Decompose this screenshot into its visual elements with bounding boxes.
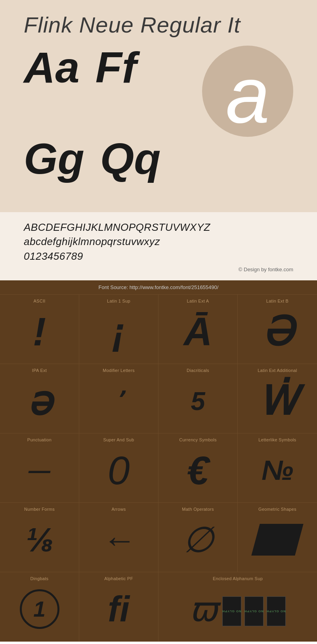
glyph-label-letterlike: Letterlike Symbols bbox=[258, 437, 296, 442]
glyph-label-ascii: ASCII bbox=[33, 299, 45, 303]
glyph-cell-latin1sup: Latin 1 Sup ¡ bbox=[79, 295, 158, 364]
glyph-label-modifier: Modifier Letters bbox=[103, 368, 135, 373]
glyph-cell-latinextadd: Latin Ext Additional Ẇ bbox=[238, 364, 317, 433]
copyright: © Design by fontke.com bbox=[24, 266, 293, 272]
letter-row-2: Gg Qq bbox=[24, 137, 293, 200]
big-letter-circle: a bbox=[202, 46, 293, 137]
glyphs-grid: ASCII ! Latin 1 Sup ¡ Latin Ext A Ā Lati… bbox=[0, 295, 317, 642]
glyph-char-latinexta: Ā bbox=[183, 305, 212, 358]
letter-pair-qq: Qq bbox=[100, 137, 161, 180]
glyph-char-latin1sup: ¡ bbox=[112, 305, 125, 358]
glyph-char-dingbats: 1 bbox=[20, 583, 59, 635]
font-source: Font Source: http://www.fontke.com/font/… bbox=[0, 280, 317, 295]
glyph-cell-superandsub: Super And Sub 0 bbox=[79, 433, 158, 503]
glyph-cell-enclosed-alphanum: Enclosed Alphanum Sup ϖ NO GLYPH NO GLYP… bbox=[158, 572, 317, 642]
glyph-char-superandsub: 0 bbox=[108, 444, 130, 496]
big-letter-a: a bbox=[225, 56, 269, 135]
glyph-cell-mathoperators: Math Operators ∅ bbox=[158, 503, 238, 572]
glyph-label-mathoperators: Math Operators bbox=[182, 507, 214, 512]
no-glyph-text-1: NO GLYPH bbox=[222, 610, 241, 613]
glyph-char-enclosed-main: ϖ bbox=[189, 592, 218, 626]
glyph-label-diacriticals: Diacriticals bbox=[187, 368, 209, 373]
glyph-char-latinextb: Ə bbox=[262, 305, 293, 358]
letter-row-1: Aa Ff a bbox=[24, 46, 293, 137]
glyph-label-latinexta: Latin Ext A bbox=[187, 299, 209, 303]
glyph-char-latinextadd: Ẇ bbox=[258, 375, 297, 427]
glyph-cell-numberforms: Number Forms ⅛ bbox=[0, 503, 79, 572]
glyph-cell-modifier: Modifier Letters ʼ bbox=[79, 364, 158, 433]
glyph-char-alphabeticpf: ﬁ bbox=[108, 583, 130, 635]
glyph-char-geoshapes bbox=[256, 514, 299, 566]
no-glyph-text-3: NO GLYPH bbox=[266, 610, 286, 613]
no-glyph-box-1: NO GLYPH bbox=[222, 596, 241, 626]
glyph-char-numberforms: ⅛ bbox=[25, 514, 53, 566]
glyph-label-punctuation: Punctuation bbox=[27, 437, 52, 442]
glyph-label-latinextadd: Latin Ext Additional bbox=[258, 368, 297, 373]
letter-pair-ff: Ff bbox=[95, 46, 137, 89]
glyph-label-superandsub: Super And Sub bbox=[103, 437, 134, 442]
glyph-label-geoshapes: Geometric Shapes bbox=[258, 507, 296, 512]
glyph-cell-dingbats: Dingbats 1 bbox=[0, 572, 79, 642]
glyph-label-latin1sup: Latin 1 Sup bbox=[107, 299, 130, 303]
alphabet-digits: 0123456789 bbox=[24, 249, 293, 263]
brown-section: Font Source: http://www.fontke.com/font/… bbox=[0, 280, 317, 642]
glyph-label-currency: Currency Symbols bbox=[179, 437, 217, 442]
glyph-char-punctuation: — bbox=[29, 444, 50, 496]
glyph-cell-geoshapes: Geometric Shapes bbox=[238, 503, 317, 572]
glyph-char-mathoperators: ∅ bbox=[183, 514, 214, 566]
glyph-cell-latinexta: Latin Ext A Ā bbox=[158, 295, 238, 364]
letter-pair-gg: Gg bbox=[24, 137, 84, 180]
top-section: Flink Neue Regular It Aa Ff a Gg Qq bbox=[0, 0, 317, 212]
glyph-cell-letterlike: Letterlike Symbols № bbox=[238, 433, 317, 503]
letter-pairs-row1: Aa Ff bbox=[24, 46, 136, 89]
glyph-label-enclosed-alphanum: Enclosed Alphanum Sup bbox=[213, 576, 263, 581]
glyph-label-ipaext: IPA Ext bbox=[32, 368, 47, 373]
alphabet-uppercase: ABCDEFGHIJKLMNOPQRSTUVWXYZ bbox=[24, 220, 293, 234]
glyph-char-diacriticals: 5 bbox=[191, 375, 205, 427]
glyph-cell-alphabeticpf: Alphabetic PF ﬁ bbox=[79, 572, 158, 642]
glyph-label-numberforms: Number Forms bbox=[24, 507, 55, 512]
font-title: Flink Neue Regular It bbox=[24, 12, 293, 38]
glyph-char-modifier: ʼ bbox=[115, 375, 122, 427]
no-glyph-text-2: NO GLYPH bbox=[244, 610, 264, 613]
no-glyph-box-3: NO GLYPH bbox=[267, 596, 286, 626]
glyph-char-letterlike: № bbox=[262, 444, 293, 496]
glyph-char-ipaext: ə bbox=[27, 375, 52, 427]
alphabet-lowercase: abcdefghijklmnopqrstuvwxyz bbox=[24, 234, 293, 249]
glyph-cell-arrows: Arrows ← bbox=[79, 503, 158, 572]
encircled-1: 1 bbox=[20, 589, 59, 629]
glyph-cell-diacriticals: Diacriticals 5 bbox=[158, 364, 238, 433]
letter-pair-aa: Aa bbox=[24, 46, 80, 89]
glyph-label-alphabeticpf: Alphabetic PF bbox=[104, 576, 133, 581]
glyph-cell-ipaext: IPA Ext ə bbox=[0, 364, 79, 433]
parallelogram-shape bbox=[251, 524, 303, 556]
glyph-char-arrows: ← bbox=[102, 514, 136, 566]
glyph-cell-punctuation: Punctuation — bbox=[0, 433, 79, 503]
glyph-label-dingbats: Dingbats bbox=[31, 576, 49, 581]
no-glyph-boxes: NO GLYPH NO GLYPH NO GLYPH bbox=[222, 596, 286, 627]
glyph-char-ascii: ! bbox=[33, 305, 46, 358]
glyph-cell-currency: Currency Symbols € bbox=[158, 433, 238, 503]
alphabet-section: ABCDEFGHIJKLMNOPQRSTUVWXYZ abcdefghijklm… bbox=[0, 212, 317, 280]
glyph-label-arrows: Arrows bbox=[111, 507, 126, 512]
glyph-cell-latinextb: Latin Ext B Ə bbox=[238, 295, 317, 364]
glyph-cell-ascii: ASCII ! bbox=[0, 295, 79, 364]
no-glyph-box-2: NO GLYPH bbox=[244, 596, 264, 626]
glyph-char-currency: € bbox=[187, 444, 209, 496]
glyph-label-latinextb: Latin Ext B bbox=[266, 299, 289, 303]
